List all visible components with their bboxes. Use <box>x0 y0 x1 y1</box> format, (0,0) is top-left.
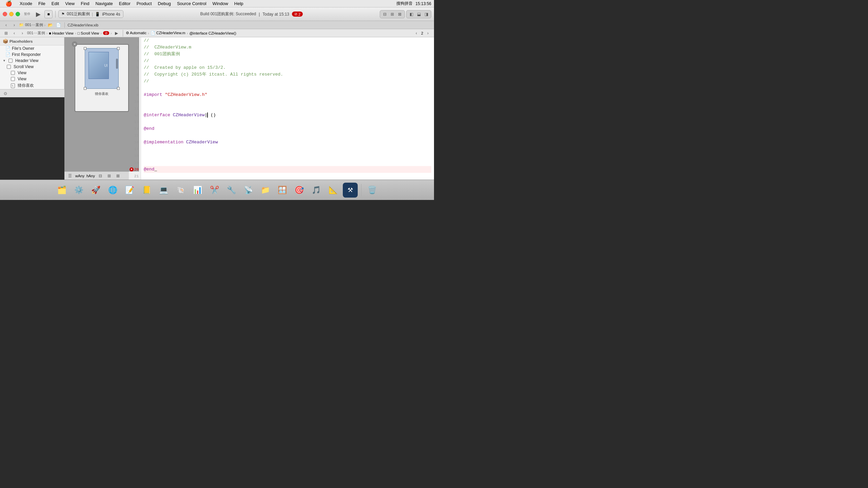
dock-onenote[interactable]: 📒 <box>139 183 154 198</box>
breadcrumb-automatic[interactable]: ⚙ Automatic <box>126 31 146 35</box>
dock-app9[interactable]: 📊 <box>190 183 205 198</box>
code-line-8 <box>144 85 431 92</box>
stop-button[interactable]: ■ <box>44 10 53 18</box>
nav-scroll-view[interactable]: Scroll View <box>0 64 64 70</box>
breadcrumb-back-btn[interactable]: ‹ <box>11 30 18 37</box>
page-back-btn[interactable]: ‹ <box>413 30 420 37</box>
error-indicator[interactable]: ⊘ <box>103 31 109 35</box>
nav-view1-label: View <box>18 70 26 75</box>
dock-notes[interactable]: 📝 <box>122 183 137 198</box>
dock-app10[interactable]: ✂️ <box>207 183 222 198</box>
nav-view2-label: View <box>18 77 26 81</box>
assistant-btn[interactable]: ⊞ <box>389 11 396 18</box>
inspector-panel-btn[interactable]: ◨ <box>423 11 430 18</box>
nav-first-responder[interactable]: 📄 First Responder <box>0 52 64 58</box>
ib-scroll-view[interactable]: UI <box>85 48 119 89</box>
menu-product[interactable]: Product <box>134 0 155 7</box>
dock-app15[interactable]: 🎯 <box>292 183 307 198</box>
run-button[interactable]: ▶ <box>34 9 43 19</box>
code-content[interactable]: // // CZHeaderView.m // 001团购案例 // // Cr… <box>141 37 434 180</box>
breadcrumb-header-view[interactable]: ■ Header View <box>49 31 73 35</box>
menu-xcode[interactable]: Xcode <box>17 0 35 7</box>
size-icon2[interactable]: ⊞ <box>106 172 113 179</box>
line-num-4: 4 <box>129 58 141 64</box>
maximize-button[interactable] <box>16 12 20 16</box>
version-btn[interactable]: ⊠ <box>396 11 403 18</box>
menu-source-control[interactable]: Source Control <box>174 0 209 7</box>
nav-header-view[interactable]: ▼ Header View <box>0 58 64 64</box>
nav-filter-btn[interactable]: ⊙ <box>2 90 9 97</box>
disclosure-triangle-header[interactable]: ▼ <box>3 59 6 62</box>
dock-xcode[interactable]: ⚒ <box>343 183 358 198</box>
breadcrumb-project[interactable]: 001····案例 <box>27 30 45 36</box>
breadcrumb-file[interactable]: 📄 CZHeaderView.m <box>151 31 185 35</box>
size-classes-bar: ☰ wAny hAny ⊟ ⊞ ⊠ <box>64 171 129 180</box>
content-area: 📦 Placeholders 📄 File's Owner 📄 First Re… <box>0 37 434 180</box>
menu-find[interactable]: Find <box>78 0 92 7</box>
code-editor[interactable]: 1 2 3 4 5 6 7 8 9 10 11 12 13 14 15 16 1… <box>129 37 434 180</box>
breadcrumb-forward-btn[interactable]: › <box>19 30 26 37</box>
breadcrumb-scroll-view[interactable]: □ Scroll View <box>77 31 99 35</box>
menu-window[interactable]: Window <box>210 0 231 7</box>
responsive-icon[interactable]: ☰ <box>66 172 73 179</box>
nav-panel-btn[interactable]: ◧ <box>408 11 415 18</box>
size-icon3[interactable]: ⊠ <box>115 172 121 179</box>
forward-btn[interactable]: › <box>11 22 18 28</box>
grid-view-btn[interactable]: ⊞ <box>3 30 9 37</box>
size-icon1[interactable]: ⊟ <box>97 172 104 179</box>
nav-files-owner[interactable]: 📄 File's Owner <box>0 45 64 52</box>
close-button[interactable] <box>3 12 7 16</box>
menu-navigate[interactable]: Navigate <box>93 0 115 7</box>
page-forward-btn[interactable]: › <box>425 30 431 37</box>
nav-view-2[interactable]: View <box>0 76 64 82</box>
code-line-19 <box>144 159 431 166</box>
error-count: 2 <box>298 12 300 16</box>
dock-app8[interactable]: 🐚 <box>173 183 188 198</box>
dock-app17[interactable]: 📐 <box>326 183 341 198</box>
back-btn[interactable]: ‹ <box>3 22 9 28</box>
dock-app11[interactable]: 🔧 <box>224 183 239 198</box>
nav-view-1[interactable]: View <box>0 70 64 76</box>
build-info: Build 001团购案例: Succeeded | Today at 15:1… <box>125 11 378 17</box>
dock-app16[interactable]: 🎵 <box>309 183 324 198</box>
line-num-2: 2 <box>129 44 141 51</box>
line-numbers: 1 2 3 4 5 6 7 8 9 10 11 12 13 14 15 16 1… <box>129 37 141 180</box>
breadcrumb-expand[interactable]: ▶ <box>113 30 120 37</box>
dock-terminal[interactable]: 💻 <box>156 183 171 198</box>
dock-app12[interactable]: 📡 <box>241 183 256 198</box>
error-icon: ⊘ <box>294 12 297 16</box>
size-h: hAny <box>86 174 95 178</box>
debug-panel-btn[interactable]: ⬓ <box>415 11 422 18</box>
menu-view[interactable]: View <box>62 0 77 7</box>
dock-finder[interactable]: 🗂️ <box>55 183 70 198</box>
placeholders-header: 📦 Placeholders <box>0 37 64 45</box>
line-num-5: 5 <box>129 64 141 71</box>
scheme-selector[interactable]: ⚑ 001泛购案例 | 📱 iPhone 4s <box>58 10 123 18</box>
dock-trash[interactable]: 🗑️ <box>365 183 380 198</box>
placeholder-icon: 📦 <box>3 39 8 44</box>
sep5: › <box>148 31 149 35</box>
dock-safari[interactable]: 🌐 <box>105 183 120 198</box>
dock-system-prefs[interactable]: ⚙️ <box>72 183 86 198</box>
tab-filename[interactable]: CZHeaderView.xib <box>67 23 98 27</box>
menu-debug[interactable]: Debug <box>155 0 174 7</box>
menu-editor[interactable]: Editor <box>116 0 133 7</box>
menu-edit[interactable]: Edit <box>49 0 62 7</box>
line-num-11: 11 <box>129 105 141 112</box>
dock-filezilla[interactable]: 📁 <box>258 183 273 198</box>
menu-file[interactable]: File <box>36 0 48 7</box>
dock-separator <box>361 184 361 196</box>
dock-launchpad[interactable]: 🚀 <box>88 183 103 198</box>
error-badge[interactable]: ⊘ 2 <box>292 12 303 17</box>
menu-help[interactable]: Help <box>232 0 246 7</box>
ib-device-frame: ✕ UI 猜你喜欢 <box>75 44 129 112</box>
nav-guess-label[interactable]: L 猜你喜欢 <box>0 82 64 89</box>
dock-app14[interactable]: 🪟 <box>275 183 290 198</box>
breadcrumb-interface[interactable]: @interface CZHeaderView() <box>189 31 236 35</box>
apple-menu-item[interactable]: 🍎 <box>3 0 15 7</box>
code-line-20: @end_ <box>144 166 431 173</box>
split-view-btn[interactable]: ⊟ <box>381 11 388 18</box>
minimize-button[interactable] <box>9 12 14 16</box>
ib-close-btn[interactable]: ✕ <box>72 41 77 47</box>
line-num-6: 6 <box>129 71 141 78</box>
